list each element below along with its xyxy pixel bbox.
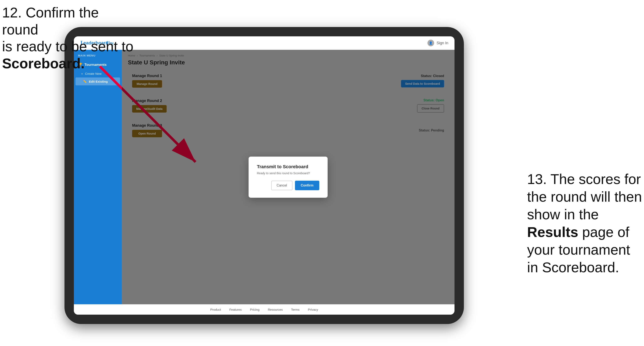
- footer-link-features[interactable]: Features: [229, 308, 242, 311]
- footer-link-terms[interactable]: Terms: [291, 308, 300, 311]
- annotation-line3: Scoreboard.: [2, 55, 85, 71]
- plus-icon: +: [81, 72, 83, 75]
- app-container: L eaderboard King 👤 Sign In: [74, 36, 454, 315]
- sidebar-create-new-label: Create New: [85, 72, 102, 75]
- modal-box: Transmit to Scoreboard Ready to send thi…: [248, 157, 328, 198]
- tablet-frame: L eaderboard King 👤 Sign In: [64, 27, 464, 324]
- modal-buttons: Cancel Confirm: [257, 181, 319, 190]
- modal-title: Transmit to Scoreboard: [257, 164, 319, 170]
- edit-icon: ✏️: [83, 80, 87, 83]
- sign-in-label: Sign In: [436, 41, 448, 45]
- sign-in-area: 👤 Sign In: [428, 40, 448, 46]
- annotation-line1: 12. Confirm the round: [2, 4, 99, 37]
- annotation-top-left: 12. Confirm the round is ready to be sen…: [2, 4, 137, 72]
- sidebar-item-edit-existing[interactable]: ✏️ Edit Existing: [76, 77, 120, 85]
- sign-in-button[interactable]: Sign In: [436, 41, 448, 45]
- modal-subtitle: Ready to send this round to Scoreboard?: [257, 172, 319, 175]
- annotation-right-text: 13. The scores for the round will then s…: [527, 171, 642, 275]
- footer: Product Features Pricing Resources Terms…: [74, 304, 454, 315]
- annotation-bold-results: Results: [527, 224, 578, 240]
- main-body: MAIN MENU 🏆 Tournaments + Create New ✏️ …: [74, 50, 454, 304]
- footer-link-resources[interactable]: Resources: [268, 308, 283, 311]
- footer-link-privacy[interactable]: Privacy: [308, 308, 318, 311]
- confirm-button[interactable]: Confirm: [295, 181, 319, 190]
- sidebar: MAIN MENU 🏆 Tournaments + Create New ✏️ …: [74, 50, 122, 304]
- footer-link-pricing[interactable]: Pricing: [250, 308, 260, 311]
- tablet-screen: L eaderboard King 👤 Sign In: [74, 36, 454, 315]
- footer-link-product[interactable]: Product: [210, 308, 221, 311]
- annotation-right: 13. The scores for the round will then s…: [527, 170, 642, 276]
- annotation-line2: is ready to be sent to: [2, 38, 133, 54]
- user-avatar: 👤: [428, 40, 434, 46]
- modal-overlay: Transmit to Scoreboard Ready to send thi…: [122, 50, 454, 304]
- content-area: Home › Tournaments › State U Spring Invi…: [122, 50, 454, 304]
- sidebar-edit-existing-label: Edit Existing: [89, 80, 108, 83]
- cancel-button[interactable]: Cancel: [271, 181, 292, 190]
